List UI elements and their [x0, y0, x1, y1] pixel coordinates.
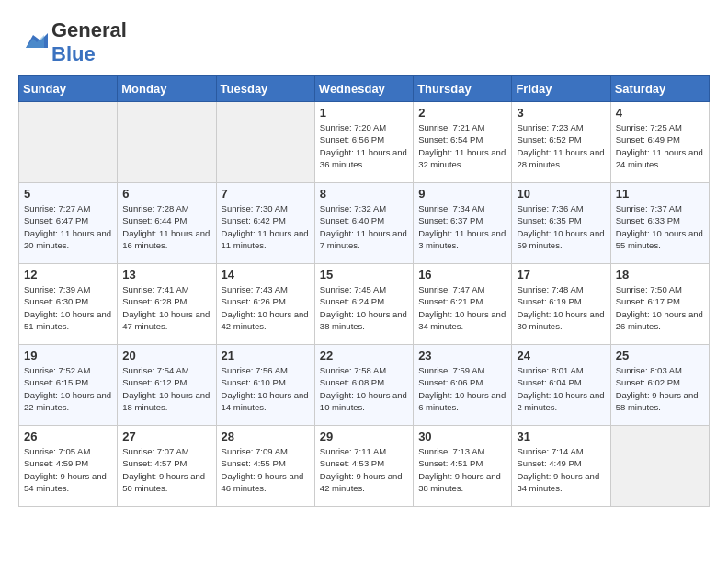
calendar-cell: 26Sunrise: 7:05 AMSunset: 4:59 PMDayligh…	[19, 426, 118, 507]
day-info: Sunrise: 7:21 AMSunset: 6:54 PMDaylight:…	[418, 121, 506, 170]
day-info: Sunrise: 7:43 AMSunset: 6:26 PMDaylight:…	[222, 283, 310, 332]
day-info: Sunrise: 7:56 AMSunset: 6:10 PMDaylight:…	[222, 364, 310, 413]
logo-text: General Blue	[51, 18, 127, 66]
day-info: Sunrise: 7:05 AMSunset: 4:59 PMDaylight:…	[24, 445, 112, 494]
day-number: 15	[320, 268, 408, 282]
calendar-cell: 17Sunrise: 7:48 AMSunset: 6:19 PMDayligh…	[512, 264, 610, 345]
day-info: Sunrise: 8:03 AMSunset: 6:02 PMDaylight:…	[616, 364, 704, 413]
day-info: Sunrise: 7:52 AMSunset: 6:15 PMDaylight:…	[24, 364, 112, 413]
calendar-cell: 20Sunrise: 7:54 AMSunset: 6:12 PMDayligh…	[118, 345, 216, 426]
day-info: Sunrise: 7:39 AMSunset: 6:30 PMDaylight:…	[24, 283, 112, 332]
calendar-cell: 19Sunrise: 7:52 AMSunset: 6:15 PMDayligh…	[19, 345, 118, 426]
calendar-week-4: 19Sunrise: 7:52 AMSunset: 6:15 PMDayligh…	[19, 345, 710, 426]
day-number: 26	[24, 430, 112, 443]
col-wednesday: Wednesday	[314, 76, 413, 102]
day-number: 23	[418, 349, 506, 362]
day-info: Sunrise: 7:41 AMSunset: 6:28 PMDaylight:…	[122, 283, 210, 332]
day-info: Sunrise: 7:20 AMSunset: 6:56 PMDaylight:…	[320, 121, 408, 170]
day-number: 22	[320, 349, 408, 362]
calendar-cell: 23Sunrise: 7:59 AMSunset: 6:06 PMDayligh…	[414, 345, 512, 426]
calendar-week-5: 26Sunrise: 7:05 AMSunset: 4:59 PMDayligh…	[19, 426, 710, 507]
day-number: 5	[24, 187, 112, 201]
day-info: Sunrise: 7:07 AMSunset: 4:57 PMDaylight:…	[122, 445, 210, 494]
logo: General Blue	[18, 18, 127, 66]
day-info: Sunrise: 7:45 AMSunset: 6:24 PMDaylight:…	[320, 283, 408, 332]
calendar-cell: 6Sunrise: 7:28 AMSunset: 6:44 PMDaylight…	[118, 183, 216, 264]
day-number: 29	[320, 430, 408, 443]
calendar-cell	[216, 102, 314, 183]
day-info: Sunrise: 7:13 AMSunset: 4:51 PMDaylight:…	[418, 445, 506, 494]
day-number: 3	[517, 106, 605, 120]
col-thursday: Thursday	[414, 76, 512, 102]
calendar-cell: 30Sunrise: 7:13 AMSunset: 4:51 PMDayligh…	[414, 426, 512, 507]
calendar-cell: 15Sunrise: 7:45 AMSunset: 6:24 PMDayligh…	[314, 264, 413, 345]
day-number: 20	[122, 349, 210, 362]
calendar-cell: 11Sunrise: 7:37 AMSunset: 6:33 PMDayligh…	[610, 183, 709, 264]
header-row: Sunday Monday Tuesday Wednesday Thursday…	[19, 76, 710, 102]
calendar-cell: 12Sunrise: 7:39 AMSunset: 6:30 PMDayligh…	[19, 264, 118, 345]
calendar-cell: 22Sunrise: 7:58 AMSunset: 6:08 PMDayligh…	[314, 345, 413, 426]
day-number: 17	[517, 268, 605, 282]
day-info: Sunrise: 7:36 AMSunset: 6:35 PMDaylight:…	[517, 202, 605, 251]
day-info: Sunrise: 7:32 AMSunset: 6:40 PMDaylight:…	[320, 202, 408, 251]
calendar-cell: 9Sunrise: 7:34 AMSunset: 6:37 PMDaylight…	[414, 183, 512, 264]
day-number: 24	[517, 349, 605, 362]
day-number: 10	[517, 187, 605, 201]
calendar-cell: 24Sunrise: 8:01 AMSunset: 6:04 PMDayligh…	[512, 345, 610, 426]
day-info: Sunrise: 7:48 AMSunset: 6:19 PMDaylight:…	[517, 283, 605, 332]
day-info: Sunrise: 7:47 AMSunset: 6:21 PMDaylight:…	[418, 283, 506, 332]
day-info: Sunrise: 7:50 AMSunset: 6:17 PMDaylight:…	[616, 283, 704, 332]
day-info: Sunrise: 7:58 AMSunset: 6:08 PMDaylight:…	[320, 364, 408, 413]
calendar-cell: 3Sunrise: 7:23 AMSunset: 6:52 PMDaylight…	[512, 102, 610, 183]
day-info: Sunrise: 7:14 AMSunset: 4:49 PMDaylight:…	[517, 445, 605, 494]
calendar-cell: 1Sunrise: 7:20 AMSunset: 6:56 PMDaylight…	[314, 102, 413, 183]
day-number: 1	[320, 106, 408, 120]
calendar-cell: 5Sunrise: 7:27 AMSunset: 6:47 PMDaylight…	[19, 183, 118, 264]
calendar-cell: 16Sunrise: 7:47 AMSunset: 6:21 PMDayligh…	[414, 264, 512, 345]
day-info: Sunrise: 7:34 AMSunset: 6:37 PMDaylight:…	[418, 202, 506, 251]
calendar-cell: 27Sunrise: 7:07 AMSunset: 4:57 PMDayligh…	[118, 426, 216, 507]
day-number: 19	[24, 349, 112, 362]
page-header: General Blue	[18, 18, 710, 66]
day-number: 16	[418, 268, 506, 282]
calendar-cell: 31Sunrise: 7:14 AMSunset: 4:49 PMDayligh…	[512, 426, 610, 507]
calendar-cell: 21Sunrise: 7:56 AMSunset: 6:10 PMDayligh…	[216, 345, 314, 426]
col-monday: Monday	[118, 76, 216, 102]
calendar-cell: 18Sunrise: 7:50 AMSunset: 6:17 PMDayligh…	[610, 264, 709, 345]
calendar-cell: 7Sunrise: 7:30 AMSunset: 6:42 PMDaylight…	[216, 183, 314, 264]
day-number: 6	[122, 187, 210, 201]
calendar-cell: 13Sunrise: 7:41 AMSunset: 6:28 PMDayligh…	[118, 264, 216, 345]
day-number: 4	[616, 106, 704, 120]
day-number: 12	[24, 268, 112, 282]
calendar-cell: 14Sunrise: 7:43 AMSunset: 6:26 PMDayligh…	[216, 264, 314, 345]
day-info: Sunrise: 7:09 AMSunset: 4:55 PMDaylight:…	[222, 445, 310, 494]
col-tuesday: Tuesday	[216, 76, 314, 102]
day-number: 30	[418, 430, 506, 443]
calendar-cell	[118, 102, 216, 183]
calendar-cell: 25Sunrise: 8:03 AMSunset: 6:02 PMDayligh…	[610, 345, 709, 426]
day-info: Sunrise: 7:27 AMSunset: 6:47 PMDaylight:…	[24, 202, 112, 251]
day-info: Sunrise: 7:23 AMSunset: 6:52 PMDaylight:…	[517, 121, 605, 170]
day-number: 14	[222, 268, 310, 282]
day-number: 2	[418, 106, 506, 120]
calendar-cell: 10Sunrise: 7:36 AMSunset: 6:35 PMDayligh…	[512, 183, 610, 264]
calendar-week-1: 1Sunrise: 7:20 AMSunset: 6:56 PMDaylight…	[19, 102, 710, 183]
day-number: 11	[616, 187, 704, 201]
calendar-cell: 2Sunrise: 7:21 AMSunset: 6:54 PMDaylight…	[414, 102, 512, 183]
calendar-table: Sunday Monday Tuesday Wednesday Thursday…	[18, 75, 710, 507]
day-number: 13	[122, 268, 210, 282]
day-number: 9	[418, 187, 506, 201]
calendar-cell: 29Sunrise: 7:11 AMSunset: 4:53 PMDayligh…	[314, 426, 413, 507]
calendar-cell: 4Sunrise: 7:25 AMSunset: 6:49 PMDaylight…	[610, 102, 709, 183]
calendar-cell	[19, 102, 118, 183]
day-info: Sunrise: 7:11 AMSunset: 4:53 PMDaylight:…	[320, 445, 408, 494]
day-info: Sunrise: 7:37 AMSunset: 6:33 PMDaylight:…	[616, 202, 704, 251]
calendar-cell: 8Sunrise: 7:32 AMSunset: 6:40 PMDaylight…	[314, 183, 413, 264]
day-number: 8	[320, 187, 408, 201]
day-number: 25	[616, 349, 704, 362]
day-number: 27	[122, 430, 210, 443]
calendar-week-3: 12Sunrise: 7:39 AMSunset: 6:30 PMDayligh…	[19, 264, 710, 345]
calendar-cell	[610, 426, 709, 507]
col-friday: Friday	[512, 76, 610, 102]
day-info: Sunrise: 7:25 AMSunset: 6:49 PMDaylight:…	[616, 121, 704, 170]
